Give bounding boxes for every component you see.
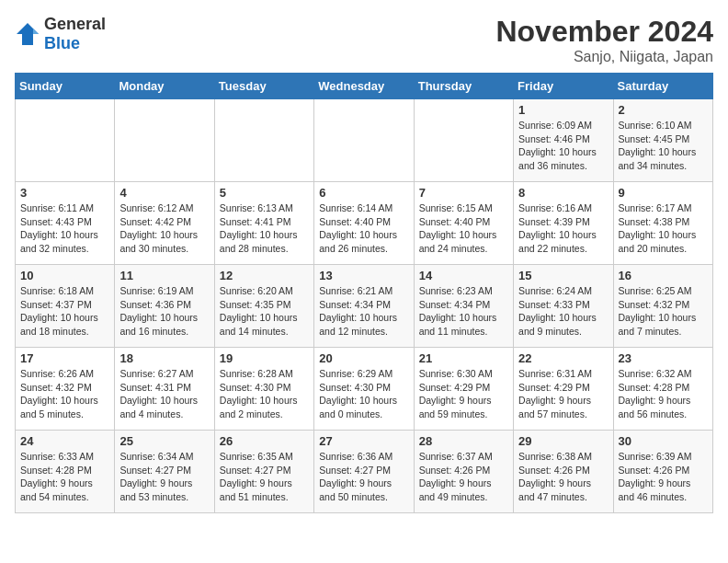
day-info: Sunrise: 6:30 AM Sunset: 4:29 PM Dayligh…: [419, 367, 508, 421]
day-number: 24: [20, 434, 109, 448]
day-number: 3: [20, 186, 109, 200]
day-cell: 16Sunrise: 6:25 AM Sunset: 4:32 PM Dayli…: [613, 265, 712, 348]
day-number: 1: [518, 103, 608, 117]
logo-general: General: [44, 15, 106, 33]
day-cell: 26Sunrise: 6:35 AM Sunset: 4:27 PM Dayli…: [214, 431, 313, 513]
logo-blue: Blue: [44, 34, 80, 52]
day-info: Sunrise: 6:23 AM Sunset: 4:34 PM Dayligh…: [419, 284, 508, 339]
day-cell: 14Sunrise: 6:23 AM Sunset: 4:34 PM Dayli…: [414, 265, 513, 348]
logo-text: General Blue: [44, 15, 106, 53]
day-cell: 17Sunrise: 6:26 AM Sunset: 4:32 PM Dayli…: [16, 348, 115, 431]
day-info: Sunrise: 6:17 AM Sunset: 4:38 PM Dayligh…: [619, 201, 708, 256]
header-tuesday: Tuesday: [214, 74, 313, 99]
day-cell: [314, 99, 414, 182]
day-number: 13: [319, 269, 408, 282]
header-wednesday: Wednesday: [314, 74, 414, 99]
day-number: 23: [619, 351, 708, 365]
day-cell: 2Sunrise: 6:10 AM Sunset: 4:45 PM Daylig…: [613, 99, 712, 182]
day-number: 16: [619, 269, 708, 282]
header-sunday: Sunday: [16, 74, 115, 99]
day-number: 9: [619, 186, 708, 200]
page-header: General Blue November 2024 Sanjo, Niigat…: [15, 15, 713, 65]
day-cell: [414, 99, 513, 182]
day-info: Sunrise: 6:34 AM Sunset: 4:27 PM Dayligh…: [119, 450, 209, 504]
day-cell: 20Sunrise: 6:29 AM Sunset: 4:30 PM Dayli…: [314, 348, 414, 431]
day-cell: 15Sunrise: 6:24 AM Sunset: 4:33 PM Dayli…: [514, 265, 613, 348]
day-number: 7: [419, 186, 508, 200]
day-cell: [115, 99, 214, 182]
day-cell: 23Sunrise: 6:32 AM Sunset: 4:28 PM Dayli…: [613, 348, 712, 431]
day-cell: 3Sunrise: 6:11 AM Sunset: 4:43 PM Daylig…: [16, 182, 115, 265]
day-info: Sunrise: 6:09 AM Sunset: 4:46 PM Dayligh…: [518, 119, 608, 173]
week-row-2: 3Sunrise: 6:11 AM Sunset: 4:43 PM Daylig…: [16, 182, 713, 265]
day-cell: 30Sunrise: 6:39 AM Sunset: 4:26 PM Dayli…: [613, 431, 712, 513]
header-thursday: Thursday: [414, 74, 513, 99]
day-info: Sunrise: 6:20 AM Sunset: 4:35 PM Dayligh…: [220, 284, 309, 339]
day-number: 18: [119, 351, 209, 365]
day-cell: 4Sunrise: 6:12 AM Sunset: 4:42 PM Daylig…: [115, 182, 214, 265]
day-number: 21: [419, 351, 508, 365]
day-info: Sunrise: 6:15 AM Sunset: 4:40 PM Dayligh…: [419, 201, 508, 256]
week-row-4: 17Sunrise: 6:26 AM Sunset: 4:32 PM Dayli…: [16, 348, 713, 431]
day-cell: 12Sunrise: 6:20 AM Sunset: 4:35 PM Dayli…: [214, 265, 313, 348]
day-number: 30: [619, 434, 708, 448]
day-info: Sunrise: 6:36 AM Sunset: 4:27 PM Dayligh…: [319, 450, 408, 504]
day-cell: 24Sunrise: 6:33 AM Sunset: 4:28 PM Dayli…: [16, 431, 115, 513]
day-cell: 1Sunrise: 6:09 AM Sunset: 4:46 PM Daylig…: [514, 99, 613, 182]
day-number: 17: [20, 351, 109, 365]
day-cell: 19Sunrise: 6:28 AM Sunset: 4:30 PM Dayli…: [214, 348, 313, 431]
day-number: 19: [220, 351, 309, 365]
day-cell: 8Sunrise: 6:16 AM Sunset: 4:39 PM Daylig…: [514, 182, 613, 265]
day-cell: 27Sunrise: 6:36 AM Sunset: 4:27 PM Dayli…: [314, 431, 414, 513]
day-info: Sunrise: 6:10 AM Sunset: 4:45 PM Dayligh…: [619, 119, 708, 173]
day-cell: 6Sunrise: 6:14 AM Sunset: 4:40 PM Daylig…: [314, 182, 414, 265]
day-number: 26: [220, 434, 309, 448]
logo: General Blue: [15, 15, 106, 53]
day-number: 12: [220, 269, 309, 282]
day-number: 15: [518, 269, 608, 282]
day-info: Sunrise: 6:11 AM Sunset: 4:43 PM Dayligh…: [20, 201, 109, 256]
day-info: Sunrise: 6:35 AM Sunset: 4:27 PM Dayligh…: [220, 450, 309, 504]
day-cell: 10Sunrise: 6:18 AM Sunset: 4:37 PM Dayli…: [16, 265, 115, 348]
day-cell: [16, 99, 115, 182]
day-info: Sunrise: 6:32 AM Sunset: 4:28 PM Dayligh…: [619, 367, 708, 421]
day-info: Sunrise: 6:28 AM Sunset: 4:30 PM Dayligh…: [220, 367, 309, 421]
location-title: Sanjo, Niigata, Japan: [495, 49, 713, 65]
day-number: 25: [119, 434, 209, 448]
day-cell: 21Sunrise: 6:30 AM Sunset: 4:29 PM Dayli…: [414, 348, 513, 431]
day-info: Sunrise: 6:19 AM Sunset: 4:36 PM Dayligh…: [119, 284, 209, 339]
day-number: 11: [119, 269, 209, 282]
week-row-1: 1Sunrise: 6:09 AM Sunset: 4:46 PM Daylig…: [16, 99, 713, 182]
day-number: 28: [419, 434, 508, 448]
day-info: Sunrise: 6:31 AM Sunset: 4:29 PM Dayligh…: [518, 367, 608, 421]
month-title: November 2024: [495, 15, 713, 49]
day-info: Sunrise: 6:18 AM Sunset: 4:37 PM Dayligh…: [20, 284, 109, 339]
day-cell: 29Sunrise: 6:38 AM Sunset: 4:26 PM Dayli…: [514, 431, 613, 513]
day-number: 2: [619, 103, 708, 117]
day-info: Sunrise: 6:16 AM Sunset: 4:39 PM Dayligh…: [518, 201, 608, 256]
title-block: November 2024 Sanjo, Niigata, Japan: [495, 15, 713, 65]
day-info: Sunrise: 6:14 AM Sunset: 4:40 PM Dayligh…: [319, 201, 408, 256]
day-info: Sunrise: 6:21 AM Sunset: 4:34 PM Dayligh…: [319, 284, 408, 339]
svg-marker-1: [33, 29, 39, 34]
day-info: Sunrise: 6:26 AM Sunset: 4:32 PM Dayligh…: [20, 367, 109, 421]
week-row-5: 24Sunrise: 6:33 AM Sunset: 4:28 PM Dayli…: [16, 431, 713, 513]
header-monday: Monday: [115, 74, 214, 99]
day-cell: 18Sunrise: 6:27 AM Sunset: 4:31 PM Dayli…: [115, 348, 214, 431]
day-info: Sunrise: 6:33 AM Sunset: 4:28 PM Dayligh…: [20, 450, 109, 504]
day-info: Sunrise: 6:13 AM Sunset: 4:41 PM Dayligh…: [220, 201, 309, 256]
header-saturday: Saturday: [613, 74, 712, 99]
day-info: Sunrise: 6:29 AM Sunset: 4:30 PM Dayligh…: [319, 367, 408, 421]
header-friday: Friday: [514, 74, 613, 99]
day-info: Sunrise: 6:25 AM Sunset: 4:32 PM Dayligh…: [619, 284, 708, 339]
day-info: Sunrise: 6:38 AM Sunset: 4:26 PM Dayligh…: [518, 450, 608, 504]
day-cell: 13Sunrise: 6:21 AM Sunset: 4:34 PM Dayli…: [314, 265, 414, 348]
day-number: 6: [319, 186, 408, 200]
day-info: Sunrise: 6:12 AM Sunset: 4:42 PM Dayligh…: [119, 201, 209, 256]
day-cell: 9Sunrise: 6:17 AM Sunset: 4:38 PM Daylig…: [613, 182, 712, 265]
header-row: SundayMondayTuesdayWednesdayThursdayFrid…: [16, 74, 713, 99]
day-info: Sunrise: 6:39 AM Sunset: 4:26 PM Dayligh…: [619, 450, 708, 504]
day-number: 5: [220, 186, 309, 200]
day-cell: 5Sunrise: 6:13 AM Sunset: 4:41 PM Daylig…: [214, 182, 313, 265]
day-cell: 22Sunrise: 6:31 AM Sunset: 4:29 PM Dayli…: [514, 348, 613, 431]
